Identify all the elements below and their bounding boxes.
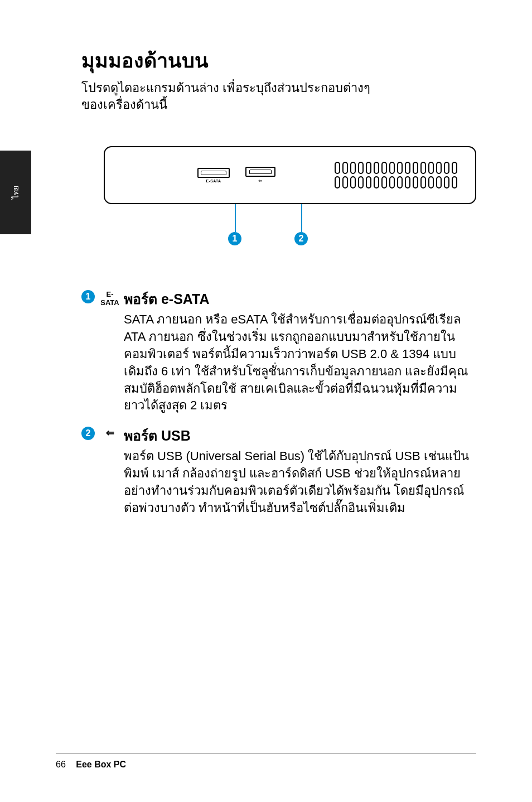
callout-badge-1: 1 bbox=[228, 232, 241, 245]
usb-icon: ⇐ bbox=[99, 427, 120, 439]
callout-lead-1 bbox=[235, 204, 236, 232]
desc-item-esata: 1 E-SATA พอร์ต e-SATA SATA ภายนอก หรือ e… bbox=[81, 288, 476, 414]
vent-row-2 bbox=[335, 176, 457, 189]
vent-grille bbox=[275, 162, 461, 189]
vent-row-1 bbox=[335, 162, 457, 174]
desc-title-2: พอร์ต USB bbox=[124, 424, 476, 447]
desc-text-2: พอร์ต USB (Universal Serial Bus) ใช้ได้ก… bbox=[124, 448, 476, 516]
desc-body-1: พอร์ต e-SATA SATA ภายนอก หรือ eSATA ใช้ส… bbox=[124, 288, 476, 414]
usb-port-col: ⇐ bbox=[245, 167, 275, 183]
usb-port-icon bbox=[245, 167, 275, 177]
page-footer: 66 Eee Box PC bbox=[56, 753, 476, 770]
intro-line1: โปรดดูไดอะแกรมด้านล่าง เพื่อระบุถึงส่วนป… bbox=[81, 81, 370, 95]
device-diagram: E-SATA ⇐ 1 2 bbox=[104, 146, 476, 249]
intro-line2: ของเครื่องด้านนี้ bbox=[81, 98, 167, 112]
desc-text-1: SATA ภายนอก หรือ eSATA ใช้สำหรับการเชื่อ… bbox=[124, 311, 476, 414]
esata-port-col: E-SATA bbox=[197, 168, 230, 183]
usb-port-symbol: ⇐ bbox=[258, 178, 263, 183]
product-name: Eee Box PC bbox=[76, 760, 126, 769]
page-content: มุมมองด้านบน โปรดดูไดอะแกรมด้านล่าง เพื่… bbox=[0, 0, 532, 802]
page-number: 66 bbox=[56, 760, 66, 769]
esata-port-label: E-SATA bbox=[206, 179, 221, 183]
callout-badge-2: 2 bbox=[294, 232, 308, 245]
diagram-callouts: 1 2 bbox=[126, 204, 476, 249]
desc-body-2: พอร์ต USB พอร์ต USB (Universal Serial Bu… bbox=[124, 424, 476, 516]
page-heading: มุมมองด้านบน bbox=[81, 45, 476, 76]
desc-item-usb: 2 ⇐ พอร์ต USB พอร์ต USB (Universal Seria… bbox=[81, 424, 476, 516]
diagram-box: E-SATA ⇐ bbox=[104, 146, 476, 204]
esata-icon: E-SATA bbox=[99, 290, 120, 307]
esata-port-icon bbox=[197, 168, 230, 178]
callout-lead-2 bbox=[301, 204, 302, 232]
description-list: 1 E-SATA พอร์ต e-SATA SATA ภายนอก หรือ e… bbox=[81, 288, 476, 516]
desc-title-1: พอร์ต e-SATA bbox=[124, 288, 476, 310]
intro-text: โปรดดูไดอะแกรมด้านล่าง เพื่อระบุถึงส่วนป… bbox=[81, 80, 476, 113]
desc-badge-1: 1 bbox=[81, 290, 95, 303]
ports-area: E-SATA ⇐ bbox=[197, 167, 275, 183]
desc-badge-2: 2 bbox=[81, 427, 95, 440]
